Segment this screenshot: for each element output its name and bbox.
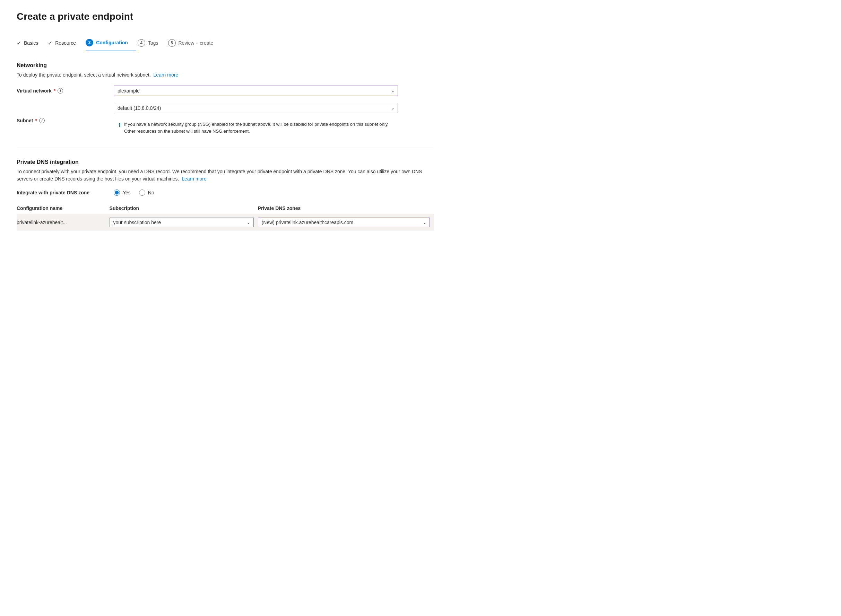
virtual-network-required: * [54, 88, 56, 94]
dns-description: To connect privately with your private e… [17, 168, 434, 183]
networking-learn-more-link[interactable]: Learn more [154, 72, 178, 78]
networking-description: To deploy the private endpoint, select a… [17, 71, 434, 79]
dns-table-header-row: Configuration name Subscription Private … [17, 203, 434, 214]
dns-col-dns-zones: Private DNS zones [258, 203, 434, 214]
virtual-network-select[interactable]: plexample [114, 85, 398, 96]
tab-review-create[interactable]: 5 Review + create [168, 37, 222, 51]
tab-resource-label: Resource [55, 40, 76, 46]
subnet-row: Subnet * i default (10.8.0.0/24) ⌄ ℹ If … [17, 103, 434, 138]
dns-radio-yes-label[interactable]: Yes [114, 189, 131, 196]
dns-zone-select[interactable]: (New) privatelink.azurehealthcareapis.co… [258, 217, 430, 227]
virtual-network-select-wrapper: plexample ⌄ [114, 85, 398, 96]
tab-basics[interactable]: ✓ Basics [17, 37, 46, 51]
dns-col-subscription: Subscription [110, 203, 258, 214]
virtual-network-info-icon[interactable]: i [57, 88, 63, 94]
virtual-network-label: Virtual network * i [17, 88, 114, 94]
subnet-required: * [35, 118, 37, 123]
dns-radio-group: Yes No [114, 189, 154, 196]
dns-config-name: privatelink-azurehealt... [17, 214, 110, 231]
dns-integrate-row: Integrate with private DNS zone Yes No [17, 189, 434, 196]
virtual-network-control: plexample ⌄ [114, 85, 398, 96]
dns-zone-select-wrapper: (New) privatelink.azurehealthcareapis.co… [258, 217, 430, 227]
subnet-select[interactable]: default (10.8.0.0/24) [114, 103, 398, 113]
page-title: Create a private endpoint [17, 11, 434, 22]
tab-tags-number: 4 [138, 39, 145, 47]
tab-basics-check-icon: ✓ [17, 40, 21, 47]
subnet-info-icon[interactable]: i [39, 118, 45, 123]
tab-review-label: Review + create [178, 40, 213, 46]
nsg-info-circle-icon: ℹ [119, 121, 121, 135]
dns-zones-cell: (New) privatelink.azurehealthcareapis.co… [258, 214, 434, 231]
tab-basics-label: Basics [24, 40, 38, 46]
dns-radio-no-text: No [148, 190, 154, 195]
tab-tags[interactable]: 4 Tags [138, 37, 167, 51]
dns-radio-no[interactable] [139, 189, 145, 196]
dns-subscription-cell: your subscription here ⌄ [110, 214, 258, 231]
dns-subscription-select-wrapper: your subscription here ⌄ [110, 217, 254, 227]
subnet-select-wrapper: default (10.8.0.0/24) ⌄ [114, 103, 398, 113]
networking-section: Networking To deploy the private endpoin… [17, 62, 434, 138]
tab-configuration-number: 3 [85, 39, 93, 47]
dns-title: Private DNS integration [17, 159, 434, 165]
dns-radio-no-label[interactable]: No [139, 189, 154, 196]
subnet-label: Subnet * i [17, 118, 114, 123]
tab-resource-check-icon: ✓ [48, 40, 52, 47]
dns-radio-yes[interactable] [114, 189, 120, 196]
dns-radio-yes-text: Yes [123, 190, 131, 195]
dns-learn-more-link[interactable]: Learn more [182, 176, 207, 182]
tab-tags-label: Tags [148, 40, 159, 46]
wizard-tabs: ✓ Basics ✓ Resource 3 Configuration 4 Ta… [17, 36, 434, 51]
tab-configuration-label: Configuration [96, 40, 128, 45]
tab-configuration[interactable]: 3 Configuration [85, 36, 136, 51]
table-row: privatelink-azurehealt... your subscript… [17, 214, 434, 231]
dns-subscription-select[interactable]: your subscription here [110, 217, 254, 227]
virtual-network-row: Virtual network * i plexample ⌄ [17, 85, 434, 96]
tab-review-number: 5 [168, 39, 176, 47]
subnet-control: default (10.8.0.0/24) ⌄ ℹ If you have a … [114, 103, 398, 138]
nsg-info-box: ℹ If you have a network security group (… [114, 117, 398, 138]
networking-title: Networking [17, 62, 434, 69]
dns-col-config: Configuration name [17, 203, 110, 214]
dns-integrate-label: Integrate with private DNS zone [17, 190, 114, 195]
nsg-info-text: If you have a network security group (NS… [124, 121, 393, 135]
dns-section: Private DNS integration To connect priva… [17, 159, 434, 231]
tab-resource[interactable]: ✓ Resource [48, 37, 84, 51]
dns-table: Configuration name Subscription Private … [17, 203, 434, 231]
